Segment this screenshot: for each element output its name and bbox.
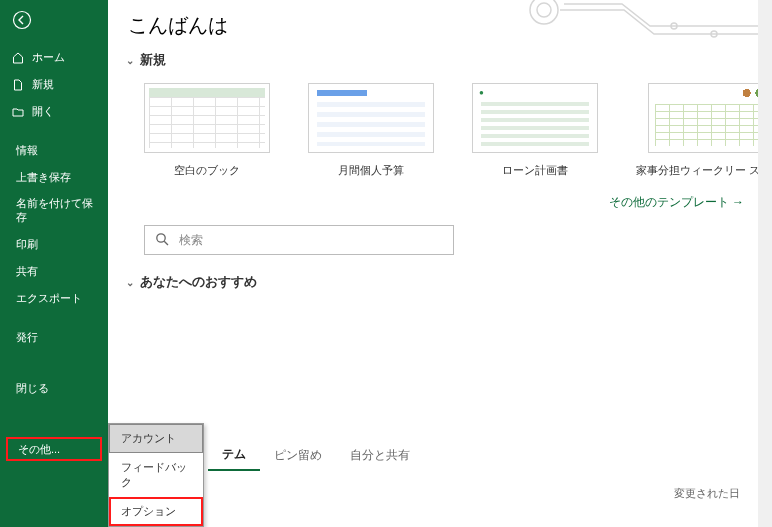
- nav-new[interactable]: 新規: [0, 71, 108, 98]
- tab-shared[interactable]: 自分と共有: [336, 441, 424, 470]
- chevron-down-icon: ⌄: [126, 277, 134, 288]
- tab-label: 自分と共有: [350, 448, 410, 462]
- backstage-sidebar: ホーム 新規 開く 情報 上書き保存 名前を付けて保存 印刷 共有 エクスポート…: [0, 0, 108, 527]
- tab-label: ピン留め: [274, 448, 322, 462]
- popup-label: オプション: [121, 505, 176, 517]
- template-caption: ローン計画書: [472, 163, 598, 178]
- search-input[interactable]: 検索: [144, 225, 454, 255]
- template-caption: 家事分担ウィークリー スケジュ…: [636, 163, 772, 178]
- template-gallery: 空白のブック 月間個人予算 ローン計画書 家事分担ウィークリー スケジュ…: [108, 75, 772, 188]
- template-thumbnail: [308, 83, 434, 153]
- nav-close[interactable]: 閉じる: [0, 375, 108, 402]
- nav-label: 発行: [16, 330, 38, 345]
- popup-label: アカウント: [121, 432, 176, 444]
- nav-label: 印刷: [16, 237, 38, 252]
- search-placeholder: 検索: [179, 232, 203, 249]
- nav-label: 名前を付けて保存: [16, 197, 98, 225]
- more-templates-link[interactable]: その他のテンプレート →: [108, 188, 772, 221]
- home-icon: [10, 52, 26, 64]
- popup-feedback[interactable]: フィードバック: [109, 453, 203, 497]
- back-button[interactable]: [6, 4, 38, 36]
- nav-info[interactable]: 情報: [0, 137, 108, 164]
- tab-recent[interactable]: テム: [208, 440, 260, 471]
- template-caption: 空白のブック: [144, 163, 270, 178]
- more-popup-menu: アカウント フィードバック オプション: [108, 423, 204, 527]
- nav-publish[interactable]: 発行: [0, 324, 108, 351]
- search-icon: [155, 232, 169, 249]
- template-caption: 月間個人予算: [308, 163, 434, 178]
- nav-export[interactable]: エクスポート: [0, 285, 108, 312]
- nav-more[interactable]: その他...: [6, 437, 102, 461]
- tab-label: テム: [222, 447, 246, 461]
- template-thumbnail: [144, 83, 270, 153]
- document-icon: [10, 79, 26, 91]
- template-chore[interactable]: 家事分担ウィークリー スケジュ…: [636, 83, 772, 178]
- svg-point-0: [14, 12, 31, 29]
- template-thumbnail: [472, 83, 598, 153]
- nav-label: 共有: [16, 264, 38, 279]
- section-new-header[interactable]: ⌄ 新規: [108, 45, 772, 75]
- nav-print[interactable]: 印刷: [0, 231, 108, 258]
- vertical-scrollbar[interactable]: [758, 0, 772, 527]
- chevron-down-icon: ⌄: [126, 55, 134, 66]
- section-label: 新規: [140, 51, 166, 69]
- popup-label: フィードバック: [121, 461, 187, 488]
- folder-open-icon: [10, 106, 26, 118]
- nav-label: 閉じる: [16, 381, 49, 396]
- nav-save[interactable]: 上書き保存: [0, 164, 108, 191]
- nav-label: ホーム: [32, 50, 65, 65]
- nav-label: 上書き保存: [16, 170, 71, 185]
- nav-saveas[interactable]: 名前を付けて保存: [0, 191, 108, 231]
- nav-label: 情報: [16, 143, 38, 158]
- nav-label: 開く: [32, 104, 54, 119]
- recent-tabs: テム ピン留め 自分と共有: [108, 440, 758, 471]
- nav-share[interactable]: 共有: [0, 258, 108, 285]
- modified-date-header: 変更された日: [674, 486, 740, 501]
- svg-point-2: [537, 3, 551, 17]
- nav-label: その他...: [18, 442, 60, 457]
- section-label: あなたへのおすすめ: [140, 273, 257, 291]
- nav-home[interactable]: ホーム: [0, 44, 108, 71]
- template-loan[interactable]: ローン計画書: [472, 83, 598, 178]
- nav-label: 新規: [32, 77, 54, 92]
- template-blank[interactable]: 空白のブック: [144, 83, 270, 178]
- nav-label: エクスポート: [16, 291, 82, 306]
- template-thumbnail: [648, 83, 772, 153]
- tab-pinned[interactable]: ピン留め: [260, 441, 336, 470]
- decorative-circuit-icon: [514, 0, 764, 38]
- svg-point-5: [157, 233, 165, 241]
- nav-open[interactable]: 開く: [0, 98, 108, 125]
- template-budget[interactable]: 月間個人予算: [308, 83, 434, 178]
- popup-account[interactable]: アカウント: [109, 424, 203, 453]
- section-recommended-header[interactable]: ⌄ あなたへのおすすめ: [108, 267, 772, 297]
- popup-options[interactable]: オプション: [109, 497, 203, 526]
